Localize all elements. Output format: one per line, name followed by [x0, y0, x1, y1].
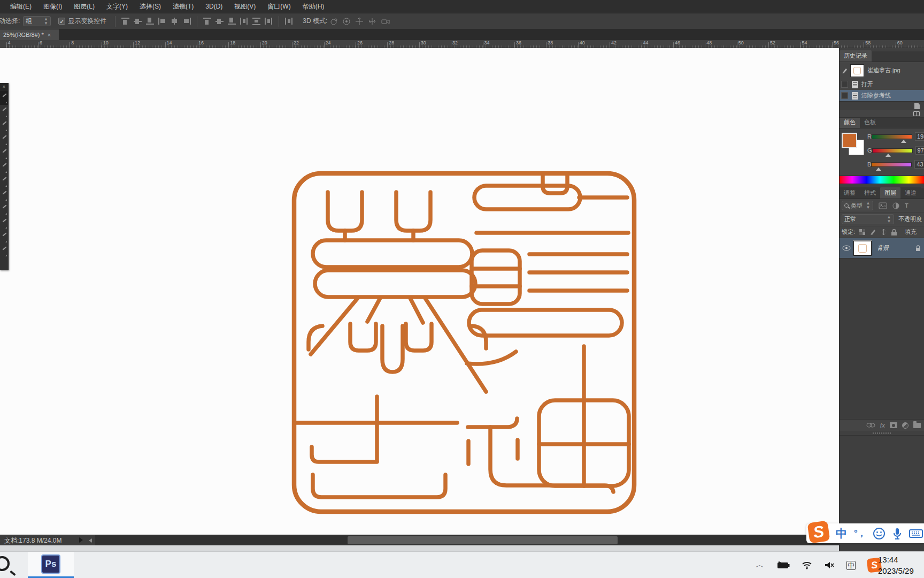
green-slider[interactable]: [872, 148, 913, 153]
link-layers-icon[interactable]: [866, 423, 875, 428]
menu-edit[interactable]: 编辑(E): [4, 0, 37, 13]
align-center-icon[interactable]: [170, 17, 179, 25]
menu-select[interactable]: 选择(S): [134, 0, 167, 13]
menu-type[interactable]: 文字(Y): [101, 0, 134, 13]
tab-adjustments[interactable]: 调整: [840, 187, 860, 199]
menu-layer[interactable]: 图层(L): [68, 0, 101, 13]
battery-icon[interactable]: [776, 561, 790, 569]
layer-visibility-eye-icon[interactable]: [842, 245, 851, 251]
keyboard-icon[interactable]: [909, 528, 923, 539]
layer-style-fx-icon[interactable]: fx: [880, 422, 885, 429]
lock-all-icon[interactable]: [891, 229, 897, 236]
distribute-bottom-icon[interactable]: [227, 17, 236, 25]
color-spectrum-ramp[interactable]: [840, 176, 924, 184]
history-snapshot-row[interactable]: 崔迪摹古.jpg: [840, 62, 924, 79]
tool-slot[interactable]: [0, 216, 8, 230]
horizontal-scrollbar[interactable]: [95, 535, 839, 545]
taskbar-photoshop-button[interactable]: Ps: [28, 552, 74, 578]
new-document-from-state-icon[interactable]: [914, 103, 920, 109]
menu-help[interactable]: 帮助(H): [297, 0, 330, 13]
canvas[interactable]: ×: [0, 48, 839, 535]
tab-swatches[interactable]: 色板: [860, 117, 880, 128]
punctuation-mode-icon[interactable]: °，: [854, 527, 866, 539]
speaker-muted-icon[interactable]: [824, 561, 835, 569]
tool-slot[interactable]: [0, 202, 8, 216]
tool-slot[interactable]: [0, 147, 8, 161]
history-source-checkbox[interactable]: [841, 81, 848, 88]
distribute-horizontal-icon[interactable]: [240, 17, 249, 25]
lock-position-icon[interactable]: [880, 229, 887, 235]
layer-thumbnail[interactable]: [853, 241, 872, 256]
tab-close-icon[interactable]: ×: [48, 32, 51, 38]
tool-slot[interactable]: [0, 91, 8, 105]
show-transform-checkbox[interactable]: ✓: [58, 18, 65, 25]
auto-select-dropdown[interactable]: 组 ▲▼: [23, 16, 51, 26]
distribute-vertical-icon[interactable]: [252, 17, 261, 25]
status-popup-arrow-icon[interactable]: [79, 537, 83, 543]
blue-value-field[interactable]: 43: [914, 160, 924, 169]
3d-pan-icon[interactable]: [355, 17, 364, 26]
emoji-icon[interactable]: [873, 527, 886, 540]
3d-roll-icon[interactable]: [342, 17, 351, 26]
new-adjustment-layer-icon[interactable]: [902, 422, 908, 429]
auto-align-icon[interactable]: [284, 17, 294, 25]
history-source-checkbox[interactable]: [841, 92, 848, 99]
collapse-panels-icon[interactable]: [913, 111, 920, 116]
new-group-icon[interactable]: [913, 423, 921, 428]
add-mask-icon[interactable]: [890, 422, 897, 428]
taskbar-clock[interactable]: 13:44 2023/5/29: [878, 554, 924, 576]
tool-slot[interactable]: [0, 133, 8, 147]
distribute-top-icon[interactable]: [203, 17, 212, 25]
3d-slide-icon[interactable]: [368, 17, 376, 26]
menu-filter[interactable]: 滤镜(T): [167, 0, 199, 13]
red-value-field[interactable]: 198: [915, 132, 924, 141]
layer-row-background[interactable]: 背景: [840, 238, 924, 258]
blue-slider[interactable]: [871, 162, 912, 167]
red-slider[interactable]: [872, 134, 912, 139]
scrollbar-thumb[interactable]: [348, 536, 618, 544]
hidden-icons-chevron-icon[interactable]: ︿: [756, 561, 764, 570]
blend-mode-dropdown[interactable]: 正常 ▲▼: [842, 214, 894, 224]
green-value-field[interactable]: 97: [915, 146, 924, 155]
align-bottom-icon[interactable]: [145, 17, 155, 25]
history-brush-icon[interactable]: [841, 67, 849, 74]
align-top-icon[interactable]: [121, 17, 130, 25]
lock-pixels-icon[interactable]: [869, 229, 876, 235]
tab-history[interactable]: 历史记录: [840, 50, 872, 62]
ime-indicator[interactable]: 中: [846, 561, 856, 570]
microphone-icon[interactable]: [892, 527, 902, 540]
chinese-mode-icon[interactable]: 中: [836, 526, 847, 541]
tool-slot[interactable]: [0, 161, 8, 174]
history-state-clear-guides[interactable]: 清除参考线: [840, 90, 924, 101]
document-tab[interactable]: 25%(RGB/8#) *×: [0, 29, 60, 40]
3d-zoom-camera-icon[interactable]: [381, 17, 390, 26]
align-left-icon[interactable]: [158, 17, 167, 25]
adjustment-filter-icon[interactable]: [892, 202, 899, 209]
wifi-icon[interactable]: [802, 561, 812, 569]
lock-transparency-icon[interactable]: [859, 229, 866, 235]
tool-slot[interactable]: [0, 244, 8, 258]
pixel-filter-icon[interactable]: [879, 202, 887, 209]
tool-slot[interactable]: [0, 188, 8, 202]
tool-slot[interactable]: [0, 119, 8, 133]
align-right-icon[interactable]: [182, 17, 191, 25]
history-state-open[interactable]: 打开: [840, 79, 924, 90]
foreground-color-swatch[interactable]: [842, 133, 857, 148]
menu-window[interactable]: 窗口(W): [261, 0, 296, 13]
toolbox-close-icon[interactable]: ×: [0, 83, 8, 91]
3d-orbit-icon[interactable]: [329, 17, 338, 26]
tool-slot[interactable]: [0, 174, 8, 188]
tab-color[interactable]: 颜色: [840, 117, 860, 128]
align-middle-icon[interactable]: [133, 17, 142, 25]
tab-layers[interactable]: 图层: [880, 187, 900, 199]
tab-channels[interactable]: 通道: [900, 187, 921, 199]
type-filter-icon[interactable]: T: [905, 202, 908, 209]
scrollbar-left-arrow-icon[interactable]: [89, 538, 92, 543]
tab-styles[interactable]: 样式: [860, 187, 880, 199]
panel-resize-grip[interactable]: [840, 431, 924, 435]
taskbar-search-icon[interactable]: [0, 556, 10, 571]
tool-slot[interactable]: [0, 105, 8, 119]
menu-3d[interactable]: 3D(D): [199, 0, 228, 13]
distribute-middle-icon[interactable]: [215, 17, 224, 25]
layer-filter-dropdown[interactable]: 类型 ▲▼: [842, 201, 873, 210]
